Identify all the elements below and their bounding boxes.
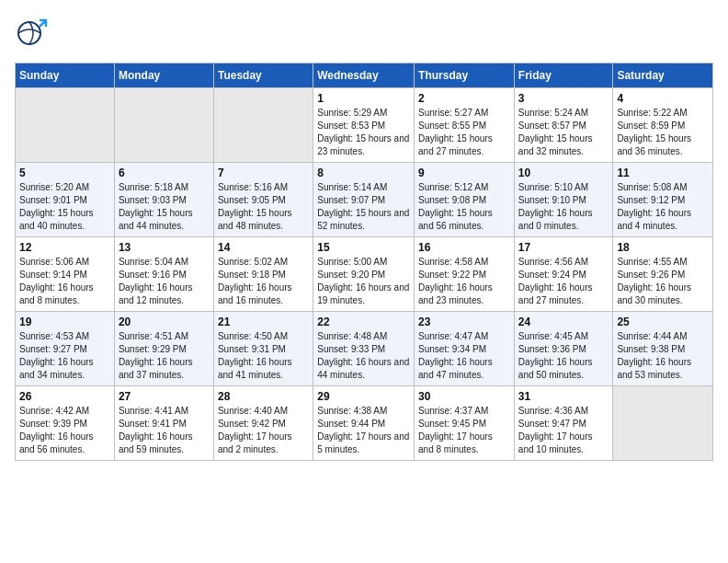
day-info: Sunrise: 4:42 AM Sunset: 9:39 PM Dayligh… [19,405,110,456]
calendar-cell: 5Sunrise: 5:20 AM Sunset: 9:01 PM Daylig… [16,163,115,237]
calendar-cell: 25Sunrise: 4:44 AM Sunset: 9:38 PM Dayli… [613,312,713,386]
day-number: 9 [418,167,510,179]
day-of-week-header: Friday [514,63,613,88]
day-number: 25 [617,316,709,328]
day-number: 12 [19,241,110,254]
calendar-cell: 21Sunrise: 4:50 AM Sunset: 9:31 PM Dayli… [213,312,313,386]
day-info: Sunrise: 4:47 AM Sunset: 9:34 PM Dayligh… [418,330,510,382]
day-info: Sunrise: 5:02 AM Sunset: 9:18 PM Dayligh… [218,256,309,307]
calendar-cell: 23Sunrise: 4:47 AM Sunset: 9:34 PM Dayli… [415,312,515,386]
day-number: 1 [317,92,410,105]
calendar-table: SundayMondayTuesdayWednesdayThursdayFrid… [15,63,713,461]
day-info: Sunrise: 5:06 AM Sunset: 9:14 PM Dayligh… [19,256,110,307]
day-number: 5 [19,167,110,179]
calendar-body: 1Sunrise: 5:29 AM Sunset: 8:53 PM Daylig… [16,88,713,461]
day-info: Sunrise: 4:58 AM Sunset: 9:22 PM Dayligh… [418,256,510,307]
calendar-cell: 29Sunrise: 4:38 AM Sunset: 9:44 PM Dayli… [313,386,415,461]
day-of-week-header: Thursday [415,63,515,88]
day-number: 13 [119,241,210,254]
day-info: Sunrise: 5:00 AM Sunset: 9:20 PM Dayligh… [317,256,410,307]
day-number: 28 [218,390,309,403]
day-number: 26 [19,390,110,403]
calendar-cell: 16Sunrise: 4:58 AM Sunset: 9:22 PM Dayli… [415,237,515,312]
calendar-cell: 15Sunrise: 5:00 AM Sunset: 9:20 PM Dayli… [313,237,415,312]
day-info: Sunrise: 5:20 AM Sunset: 9:01 PM Dayligh… [19,181,110,233]
calendar-cell: 31Sunrise: 4:36 AM Sunset: 9:47 PM Dayli… [514,386,613,461]
day-number: 30 [418,390,510,403]
day-info: Sunrise: 5:24 AM Sunset: 8:57 PM Dayligh… [518,107,609,158]
day-number: 3 [518,92,609,105]
day-of-week-header: Monday [114,63,213,88]
calendar-cell: 17Sunrise: 4:56 AM Sunset: 9:24 PM Dayli… [514,237,613,312]
day-info: Sunrise: 5:10 AM Sunset: 9:10 PM Dayligh… [518,181,609,233]
day-number: 6 [119,167,210,179]
day-number: 29 [317,390,410,403]
day-number: 7 [218,167,309,179]
day-number: 16 [418,241,510,254]
calendar-cell: 27Sunrise: 4:41 AM Sunset: 9:41 PM Dayli… [114,386,213,461]
day-info: Sunrise: 5:04 AM Sunset: 9:16 PM Dayligh… [119,256,210,307]
calendar-cell: 28Sunrise: 4:40 AM Sunset: 9:42 PM Dayli… [213,386,313,461]
day-info: Sunrise: 4:50 AM Sunset: 9:31 PM Dayligh… [218,330,309,382]
day-info: Sunrise: 4:56 AM Sunset: 9:24 PM Dayligh… [518,256,609,307]
calendar-cell: 7Sunrise: 5:16 AM Sunset: 9:05 PM Daylig… [213,163,313,237]
day-number: 22 [317,316,410,328]
day-of-week-header: Wednesday [313,63,415,88]
day-number: 21 [218,316,309,328]
calendar-cell: 9Sunrise: 5:12 AM Sunset: 9:08 PM Daylig… [415,163,515,237]
day-number: 23 [418,316,510,328]
day-info: Sunrise: 4:48 AM Sunset: 9:33 PM Dayligh… [317,330,410,382]
calendar-cell: 19Sunrise: 4:53 AM Sunset: 9:27 PM Dayli… [16,312,115,386]
calendar-cell: 20Sunrise: 4:51 AM Sunset: 9:29 PM Dayli… [114,312,213,386]
calendar-cell: 30Sunrise: 4:37 AM Sunset: 9:45 PM Dayli… [415,386,515,461]
calendar-cell: 13Sunrise: 5:04 AM Sunset: 9:16 PM Dayli… [114,237,213,312]
day-number: 11 [617,167,709,179]
day-number: 20 [119,316,210,328]
day-info: Sunrise: 5:16 AM Sunset: 9:05 PM Dayligh… [218,181,309,233]
calendar-cell: 4Sunrise: 5:22 AM Sunset: 8:59 PM Daylig… [613,88,713,163]
day-number: 10 [518,167,609,179]
calendar-cell [16,88,115,163]
calendar-cell: 10Sunrise: 5:10 AM Sunset: 9:10 PM Dayli… [514,163,613,237]
calendar-week-row: 5Sunrise: 5:20 AM Sunset: 9:01 PM Daylig… [16,163,713,237]
calendar-cell: 6Sunrise: 5:18 AM Sunset: 9:03 PM Daylig… [114,163,213,237]
day-of-week-header: Saturday [613,63,713,88]
day-info: Sunrise: 4:40 AM Sunset: 9:42 PM Dayligh… [218,405,309,456]
day-info: Sunrise: 4:36 AM Sunset: 9:47 PM Dayligh… [518,405,609,456]
day-of-week-header: Sunday [16,63,115,88]
day-number: 18 [617,241,709,254]
calendar-cell: 26Sunrise: 4:42 AM Sunset: 9:39 PM Dayli… [16,386,115,461]
calendar-cell [114,88,213,163]
logo-icon [15,15,51,52]
day-number: 17 [518,241,609,254]
day-number: 31 [518,390,609,403]
day-number: 14 [218,241,309,254]
day-info: Sunrise: 5:29 AM Sunset: 8:53 PM Dayligh… [317,107,410,158]
day-number: 27 [119,390,210,403]
day-number: 4 [617,92,709,105]
calendar-cell [613,386,713,461]
day-info: Sunrise: 4:53 AM Sunset: 9:27 PM Dayligh… [19,330,110,382]
page-header [15,15,713,52]
calendar-cell: 18Sunrise: 4:55 AM Sunset: 9:26 PM Dayli… [613,237,713,312]
day-info: Sunrise: 5:08 AM Sunset: 9:12 PM Dayligh… [617,181,709,233]
calendar-cell: 22Sunrise: 4:48 AM Sunset: 9:33 PM Dayli… [313,312,415,386]
calendar-cell: 8Sunrise: 5:14 AM Sunset: 9:07 PM Daylig… [313,163,415,237]
day-number: 19 [19,316,110,328]
day-info: Sunrise: 4:41 AM Sunset: 9:41 PM Dayligh… [119,405,210,456]
day-info: Sunrise: 5:27 AM Sunset: 8:55 PM Dayligh… [418,107,510,158]
calendar-cell: 11Sunrise: 5:08 AM Sunset: 9:12 PM Dayli… [613,163,713,237]
calendar-week-row: 26Sunrise: 4:42 AM Sunset: 9:39 PM Dayli… [16,386,713,461]
logo [15,15,55,52]
calendar-cell: 1Sunrise: 5:29 AM Sunset: 8:53 PM Daylig… [313,88,415,163]
day-info: Sunrise: 5:12 AM Sunset: 9:08 PM Dayligh… [418,181,510,233]
calendar-week-row: 12Sunrise: 5:06 AM Sunset: 9:14 PM Dayli… [16,237,713,312]
day-info: Sunrise: 4:45 AM Sunset: 9:36 PM Dayligh… [518,330,609,382]
day-info: Sunrise: 4:38 AM Sunset: 9:44 PM Dayligh… [317,405,410,456]
calendar-week-row: 19Sunrise: 4:53 AM Sunset: 9:27 PM Dayli… [16,312,713,386]
day-number: 8 [317,167,410,179]
calendar-cell [213,88,313,163]
day-info: Sunrise: 4:51 AM Sunset: 9:29 PM Dayligh… [119,330,210,382]
day-info: Sunrise: 4:55 AM Sunset: 9:26 PM Dayligh… [617,256,709,307]
calendar-header: SundayMondayTuesdayWednesdayThursdayFrid… [16,63,713,88]
